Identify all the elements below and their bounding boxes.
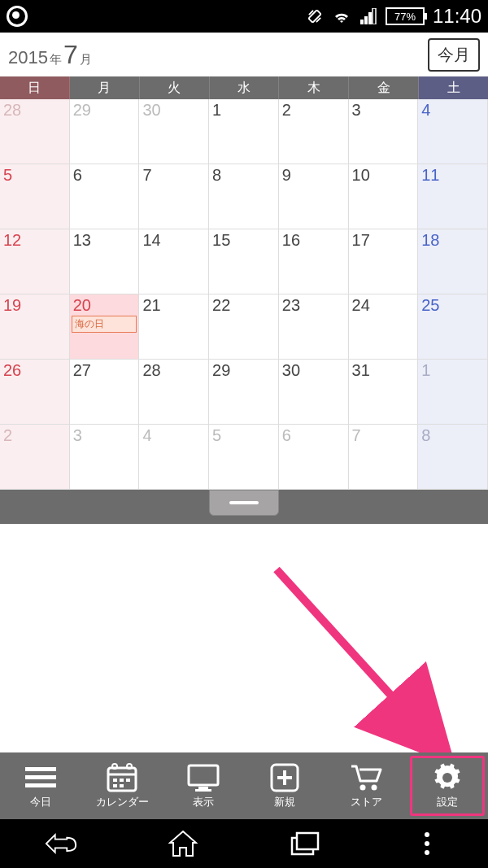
day-header: 火 (140, 76, 210, 99)
calendar-day-cell[interactable]: 8 (418, 425, 488, 490)
calendar-day-cell[interactable]: 8 (209, 164, 279, 229)
plus-icon (268, 763, 301, 792)
cart-icon (350, 763, 382, 792)
calendar-day-cell[interactable]: 14 (139, 229, 209, 294)
calendar-day-cell[interactable]: 3 (349, 99, 419, 164)
calendar-day-cell[interactable]: 30 (279, 360, 349, 425)
svg-rect-16 (113, 784, 117, 787)
calendar-day-cell[interactable]: 28 (0, 99, 70, 164)
day-number: 6 (282, 426, 345, 445)
svg-rect-2 (364, 16, 368, 24)
menu-icon (24, 763, 57, 792)
calendar-day-cell[interactable]: 4 (418, 99, 488, 164)
calendar-day-cell[interactable]: 29 (70, 99, 140, 164)
calendar-day-cell[interactable]: 3 (70, 425, 140, 490)
home-button[interactable] (167, 827, 199, 860)
calendar-day-cell[interactable]: 31 (349, 360, 419, 425)
calendar-day-cell[interactable]: 22 (209, 294, 279, 360)
status-time: 11:40 (433, 5, 481, 28)
calendar-day-cell[interactable]: 15 (209, 229, 279, 294)
calendar-button[interactable]: カレンダー (81, 752, 163, 819)
calendar-day-cell[interactable]: 23 (279, 294, 349, 360)
toolbar-label: ストア (351, 795, 382, 809)
svg-rect-15 (126, 779, 130, 782)
new-button[interactable]: 新規 (244, 752, 325, 819)
day-number: 5 (3, 166, 66, 185)
gear-icon (431, 763, 464, 792)
svg-point-11 (112, 764, 117, 769)
calendar-day-cell[interactable]: 5 (209, 425, 279, 490)
svg-rect-3 (368, 12, 372, 24)
day-number: 9 (282, 166, 345, 185)
day-number: 1 (421, 361, 484, 380)
svg-rect-0 (308, 10, 321, 23)
day-number: 16 (282, 231, 345, 250)
calendar-day-cell[interactable]: 16 (279, 229, 349, 294)
calendar-day-cell[interactable]: 7 (349, 425, 419, 490)
day-header: 水 (210, 76, 280, 99)
day-number: 13 (73, 231, 136, 250)
svg-rect-17 (120, 784, 124, 787)
calendar-day-cell[interactable]: 13 (70, 229, 140, 294)
calendar-day-cell[interactable]: 2 (0, 425, 70, 490)
day-number: 21 (142, 296, 205, 315)
calendar-day-cell[interactable]: 28 (139, 360, 209, 425)
calendar-day-cell[interactable]: 27 (70, 360, 140, 425)
calendar-day-cell[interactable]: 6 (279, 425, 349, 490)
calendar-day-cell[interactable]: 11 (418, 164, 488, 229)
drag-handle[interactable] (209, 490, 279, 516)
calendar-day-cell[interactable]: 30 (139, 99, 209, 164)
back-button[interactable] (45, 827, 77, 860)
status-bar: 77% 11:40 (0, 0, 488, 33)
day-number: 2 (3, 426, 66, 445)
calendar-day-cell[interactable]: 29 (209, 360, 279, 425)
view-button[interactable]: 表示 (163, 752, 244, 819)
calendar-day-cell[interactable]: 21 (139, 294, 209, 360)
this-month-button[interactable]: 今月 (428, 38, 480, 72)
app-logo-icon (7, 6, 28, 27)
calendar-day-cell[interactable]: 20海の日 (70, 294, 140, 360)
bottom-toolbar: 今日カレンダー表示新規ストア設定 (0, 752, 488, 819)
calendar-day-cell[interactable]: 7 (139, 164, 209, 229)
calendar-day-cell[interactable]: 1 (418, 360, 488, 425)
recent-button[interactable] (289, 827, 321, 860)
calendar-day-cell[interactable]: 2 (279, 99, 349, 164)
calendar-day-cell[interactable]: 17 (349, 229, 419, 294)
calendar-day-cell[interactable]: 19 (0, 294, 70, 360)
signal-icon (359, 8, 377, 24)
calendar-day-cell[interactable]: 6 (70, 164, 140, 229)
day-number: 18 (421, 231, 484, 250)
day-number: 20 (73, 296, 136, 315)
vibrate-icon (306, 7, 324, 25)
calendar-day-cell[interactable]: 5 (0, 164, 70, 229)
svg-rect-4 (373, 8, 376, 24)
toolbar-label: 新規 (274, 795, 295, 809)
calendar-day-cell[interactable]: 25 (418, 294, 488, 360)
day-number: 23 (282, 296, 345, 315)
day-header: 土 (419, 76, 488, 99)
calendar-day-cell[interactable]: 9 (279, 164, 349, 229)
today-button[interactable]: 今日 (0, 752, 81, 819)
calendar-day-cell[interactable]: 4 (139, 425, 209, 490)
calendar-day-cell[interactable]: 10 (349, 164, 419, 229)
day-number: 10 (352, 166, 415, 185)
calendar-day-cell[interactable]: 12 (0, 229, 70, 294)
calendar-day-cell[interactable]: 26 (0, 360, 70, 425)
day-number: 22 (212, 296, 275, 315)
day-number: 25 (421, 296, 484, 315)
grid-footer-bar (0, 490, 488, 524)
store-button[interactable]: ストア (325, 752, 407, 819)
calendar-day-cell[interactable]: 24 (349, 294, 419, 360)
calendar-day-cell[interactable]: 18 (418, 229, 488, 294)
calendar-day-cell[interactable]: 1 (209, 99, 279, 164)
settings-button[interactable]: 設定 (407, 752, 488, 819)
day-number: 26 (3, 361, 66, 380)
svg-rect-14 (120, 779, 124, 782)
svg-point-24 (360, 784, 366, 790)
day-number: 29 (73, 101, 136, 120)
day-header: 金 (349, 76, 419, 99)
day-number: 11 (421, 166, 484, 185)
day-number: 2 (282, 101, 345, 120)
svg-rect-20 (195, 789, 211, 792)
menu-button[interactable] (411, 827, 443, 860)
